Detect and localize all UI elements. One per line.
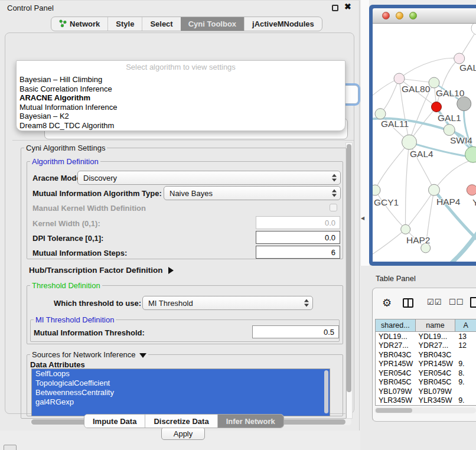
table-toolbar: ⚙ ☑☑ ☐☐ [373,296,476,313]
manual-kernel-checkbox[interactable] [330,204,337,211]
tab-jactivemnodules[interactable]: jActiveMNodules [244,17,322,31]
network-node-swi4[interactable] [444,125,455,136]
attribute-item[interactable]: TopologicalCoefficient [32,379,330,388]
table-cell: YLR345W [416,396,456,406]
network-node[interactable] [465,146,476,162]
network-node-gal80[interactable] [394,73,405,84]
network-canvas[interactable]: GAL7GAL80GAL10GAL1GAL11GAL4SWI4GCY1HAP4Y… [373,24,476,262]
bottom-tab-impute-data[interactable]: Impute Data [84,415,145,428]
table-row[interactable]: YPR145WYPR145W9. [376,360,476,369]
hub-definition-toggle[interactable]: Hub/Transcription Factor Definition [29,266,174,275]
network-node-hap2[interactable] [401,224,410,234]
table-cell: 8. [455,369,476,378]
collapse-left-icon[interactable]: ◀ [361,216,364,221]
tab-label: Network [70,19,100,28]
zoom-traffic-light-icon[interactable] [409,12,417,19]
list-scrollbar-thumb[interactable] [324,370,328,413]
mi-threshold-definition-title: MI Threshold Definition [34,315,116,324]
node-label: GAL7 [459,63,476,73]
algorithm-option[interactable]: ARACNE Algorithm [18,93,344,103]
network-node-gal1[interactable] [432,102,442,112]
stepper-arrows-icon [332,190,337,197]
table-row[interactable]: YBL079WYBL079W [376,387,476,396]
network-node-gcy1[interactable] [373,185,380,195]
float-window-icon[interactable] [332,5,338,11]
node-label: GAL80 [402,84,431,94]
table-row[interactable]: YDR27...YDR27...12 [376,341,476,351]
attribute-item[interactable]: BetweennessCentrality [32,388,330,397]
minimize-traffic-light-icon[interactable] [396,12,403,19]
hub-definition-label: Hub/Transcription Factor Definition [29,266,163,275]
network-edge [406,142,409,230]
kernel-width-field[interactable]: 0.0 [256,216,340,229]
table-cell: 9. [455,378,476,387]
apply-button[interactable]: Apply [161,427,205,440]
close-traffic-light-icon[interactable] [382,12,390,19]
sources-title[interactable]: Sources for Network Inference [30,350,148,359]
table-cell: YBR043C [416,350,456,360]
vertical-scrollbar-thumb[interactable] [347,144,351,392]
bottom-tab-discretize-data[interactable]: Discretize Data [145,415,217,428]
data-attributes-list[interactable]: SelfLoopsTopologicalCoefficientBetweenne… [31,369,330,416]
table-scrollbar-thumb[interactable] [376,408,412,413]
mi-type-combobox[interactable]: Naive Bayes [164,186,341,200]
mi-threshold-field[interactable]: 0.5 [252,325,339,338]
network-node[interactable] [457,97,471,111]
network-window-titlebar[interactable] [373,8,476,24]
which-threshold-combobox[interactable]: MI Threshold [142,296,313,310]
table-cell [455,350,476,360]
mi-steps-field[interactable]: 6 [256,246,340,259]
attribute-item[interactable]: gal4RGexp [32,397,330,407]
table-row[interactable]: YIL052CYIL052C9. [376,405,476,406]
tab-label: Cyni Toolbox [188,19,236,28]
table-panel-title: Table Panel [376,274,416,283]
attribute-item[interactable]: SelfLoops [32,369,330,379]
tab-cyni-toolbox[interactable]: Cyni Toolbox [181,17,244,31]
column-header[interactable]: shared... [376,319,416,331]
network-node-gal4[interactable] [402,135,417,149]
kernel-width-label: Kernel Width (0,1): [32,219,100,228]
network-node-y[interactable] [467,185,476,195]
panel-divider[interactable] [360,0,369,269]
deselect-all-icon[interactable]: ☐☐ [449,298,464,306]
table-horizontal-scrollbar[interactable] [374,407,476,413]
algorithm-option[interactable]: Basic Correlation Inference [18,84,344,94]
table-cell: YPR145W [376,360,416,369]
algorithm-option[interactable]: Bayesian – Hill Climbing [18,75,344,84]
document-icon[interactable] [470,297,476,308]
algorithm-option[interactable]: Dream8 DC_TDC Algorithm [18,121,344,131]
select-all-icon[interactable]: ☑☑ [427,298,442,306]
network-node[interactable] [471,24,476,35]
bottom-tab-infer-network[interactable]: Infer Network [217,415,283,428]
dpi-tolerance-label: DPI Tolerance [0,1]: [32,234,103,243]
tab-select[interactable]: Select [142,17,180,31]
column-header[interactable]: name [416,319,456,331]
bottom-left-button[interactable] [4,445,17,450]
table-cell: 9. [455,405,476,406]
table-panel-window: ⚙ ☑☑ ☐☐ shared...nameA YDL19...YDL19...1… [372,288,476,422]
table-row[interactable]: YER054CYER054C8. [376,369,476,378]
aracne-mode-combobox[interactable]: Discovery [77,171,341,185]
close-icon[interactable]: ✖ [344,2,351,11]
group-border-line [12,140,354,141]
table-row[interactable]: YDL19...YDL19...13 [376,332,476,341]
table-row[interactable]: YBR043CYBR043C [376,350,476,360]
column-header[interactable]: A [455,319,476,331]
gear-icon[interactable]: ⚙ [382,296,392,309]
table-cell: YDL19... [416,332,456,341]
network-node-hap4[interactable] [429,184,440,195]
network-edge [399,58,459,79]
tab-style[interactable]: Style [107,17,142,31]
network-node-gal11[interactable] [375,109,386,119]
table-row[interactable]: YBR045CYBR045C9. [376,378,476,387]
algorithm-option[interactable]: Mutual Information Inference [18,103,344,112]
tab-network[interactable]: Network [51,17,107,31]
dpi-tolerance-field[interactable]: 0.0 [256,231,340,244]
which-threshold-value: MI Threshold [148,299,193,308]
node-label: GAL11 [381,119,409,129]
network-node-gal10[interactable] [429,77,439,88]
split-columns-icon[interactable] [403,298,413,308]
algorithm-option[interactable]: Bayesian – K2 [18,112,344,121]
tab-label: Select [150,19,172,28]
table-row[interactable]: YLR345WYLR345W9. [376,396,476,406]
